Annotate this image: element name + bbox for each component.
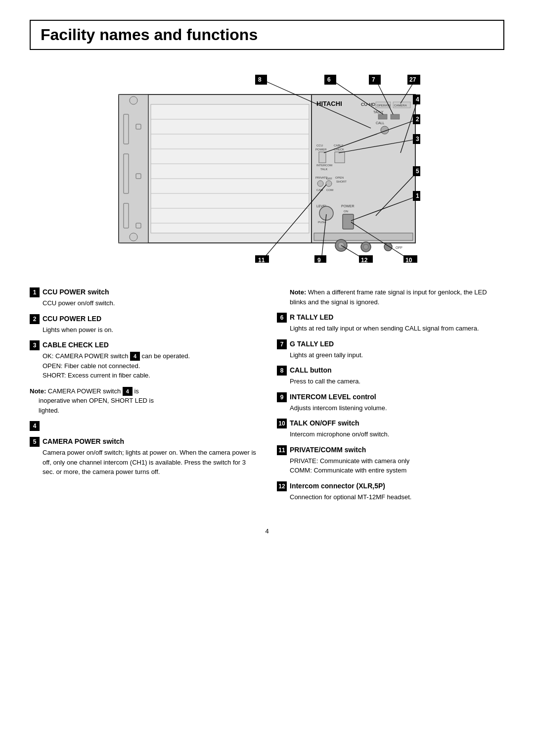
svg-text:2: 2 <box>416 116 419 123</box>
svg-text:POWER: POWER <box>341 204 354 208</box>
right-column: Note: When a different frame rate signal… <box>277 287 504 508</box>
svg-text:7: 7 <box>372 76 375 83</box>
num-box-8: 8 <box>277 366 287 376</box>
svg-text:POWER: POWER <box>315 148 327 151</box>
svg-text:HITACHI: HITACHI <box>316 100 342 107</box>
item-1: 1 CCU POWER switch CCU power on/off swit… <box>30 287 257 308</box>
title-2: CCU POWER LED <box>43 315 101 323</box>
svg-point-59 <box>130 96 137 104</box>
body-8: Press to call the camera. <box>277 377 504 386</box>
svg-text:COM: COM <box>326 189 333 191</box>
num-box-12: 12 <box>277 481 287 491</box>
svg-text:CAMERA: CAMERA <box>394 104 407 107</box>
svg-point-60 <box>130 233 137 241</box>
svg-text:OFF: OFF <box>326 177 332 180</box>
svg-text:CALL: CALL <box>376 121 385 125</box>
title-7: G TALLY LED <box>290 340 334 348</box>
num-box-7: 7 <box>277 339 287 349</box>
svg-point-56 <box>363 244 368 249</box>
body-6: Lights at red tally input or when sendin… <box>277 324 504 333</box>
right-note: Note: When a different frame rate signal… <box>277 287 504 307</box>
num-box-2: 2 <box>30 314 40 324</box>
svg-rect-51 <box>343 214 354 229</box>
svg-text:12: 12 <box>361 257 368 263</box>
body-1: CCU power on/off switch. <box>30 298 257 308</box>
svg-text:PUSH: PUSH <box>318 221 326 224</box>
note-label-3: Note: <box>30 387 46 395</box>
body-7: Lights at green tally input. <box>277 350 504 360</box>
diagram-area: HITACHI CU-HD1000 OPERATE CAMERA TALLY C… <box>30 65 504 273</box>
item-7: 7 G TALLY LED Lights at green tally inpu… <box>277 339 504 360</box>
num-box-4: 4 <box>30 421 40 431</box>
svg-text:ON: ON <box>344 210 348 213</box>
item-4: 4 <box>30 421 257 431</box>
left-column: 1 CCU POWER switch CCU power on/off swit… <box>30 287 257 508</box>
body-3: OK: CAMERA POWER switch 4 can be operate… <box>30 351 257 380</box>
device-illustration: HITACHI CU-HD1000 OPERATE CAMERA TALLY C… <box>114 75 420 263</box>
body-11: PRIVATE: Communicate with camera only CO… <box>277 456 504 475</box>
num-box-5: 5 <box>30 437 40 447</box>
svg-rect-8 <box>151 104 309 233</box>
item-9: 9 INTERCOM LEVEL control Adjusts interco… <box>277 392 504 413</box>
num-box-10: 10 <box>277 419 287 428</box>
body-9: Adjusts intercom listening volume. <box>277 403 504 413</box>
svg-text:5: 5 <box>416 168 419 175</box>
body-12: Connection for optional MT-12MF headset. <box>277 492 504 502</box>
svg-rect-1 <box>119 94 148 243</box>
body-5: Camera power on/off switch; lights at po… <box>30 448 257 477</box>
svg-rect-27 <box>391 114 400 119</box>
note-3: Note: CAMERA POWER switch 4 is inoperati… <box>30 386 257 416</box>
svg-text:11: 11 <box>258 257 265 263</box>
title-5: CAMERA POWER switch <box>43 437 124 445</box>
page-title: Facility names and functions <box>30 20 504 50</box>
page-number: 4 <box>30 527 504 535</box>
item-12: 12 Intercom connector (XLR,5P) Connectio… <box>277 481 504 502</box>
item-2: 2 CCU POWER LED Lights when power is on. <box>30 314 257 335</box>
item-8: 8 CALL button Press to call the camera. <box>277 366 504 386</box>
body-2: Lights when power is on. <box>30 325 257 335</box>
svg-rect-26 <box>378 114 387 119</box>
svg-text:SHORT: SHORT <box>336 180 347 183</box>
right-note-body: When a different frame rate signal is in… <box>290 288 487 306</box>
title-8: CALL button <box>290 366 332 374</box>
svg-text:4: 4 <box>416 96 419 103</box>
svg-point-47 <box>319 206 333 220</box>
svg-rect-52 <box>314 233 413 240</box>
svg-text:9: 9 <box>317 257 321 263</box>
num-box-1: 1 <box>30 287 40 297</box>
svg-text:27: 27 <box>409 76 416 83</box>
svg-text:OFF: OFF <box>396 246 402 249</box>
svg-text:3: 3 <box>416 136 419 142</box>
num-box-11: 11 <box>277 445 287 455</box>
item-11: 11 PRIVATE/COMM switch PRIVATE: Communic… <box>277 445 504 475</box>
description-area: 1 CCU POWER switch CCU power on/off swit… <box>30 287 504 508</box>
svg-text:INTERCOM: INTERCOM <box>316 164 332 167</box>
num-box-6: 6 <box>277 313 287 323</box>
inline-num-4a: 4 <box>130 352 140 361</box>
right-note-label: Note: <box>290 288 306 296</box>
inline-num-4b: 4 <box>123 387 133 396</box>
title-9: INTERCOM LEVEL control <box>290 393 376 401</box>
svg-text:TALK: TALK <box>320 168 328 171</box>
svg-rect-32 <box>319 152 326 163</box>
item-5: 5 CAMERA POWER switch Camera power on/of… <box>30 437 257 477</box>
num-box-3: 3 <box>30 340 40 350</box>
item-10: 10 TALK ON/OFF switch Intercom microphon… <box>277 419 504 439</box>
title-12: Intercom connector (XLR,5P) <box>290 482 385 490</box>
svg-text:6: 6 <box>327 76 331 83</box>
title-10: TALK ON/OFF switch <box>290 419 359 427</box>
title-11: PRIVATE/COMM switch <box>290 446 366 454</box>
item-3: 3 CABLE CHECK LED OK: CAMERA POWER switc… <box>30 340 257 380</box>
svg-text:CHECK: CHECK <box>334 148 344 151</box>
svg-text:1: 1 <box>416 192 419 199</box>
title-3: CABLE CHECK LED <box>43 341 109 349</box>
title-1: CCU POWER switch <box>43 288 109 296</box>
title-6: R TALLY LED <box>290 313 333 321</box>
svg-text:8: 8 <box>258 76 262 83</box>
num-box-9: 9 <box>277 392 287 402</box>
body-10: Intercom microphone on/off switch. <box>277 429 504 439</box>
svg-rect-35 <box>335 152 345 163</box>
svg-point-39 <box>317 181 323 187</box>
item-6: 6 R TALLY LED Lights at red tally input … <box>277 313 504 333</box>
svg-text:10: 10 <box>405 257 412 263</box>
